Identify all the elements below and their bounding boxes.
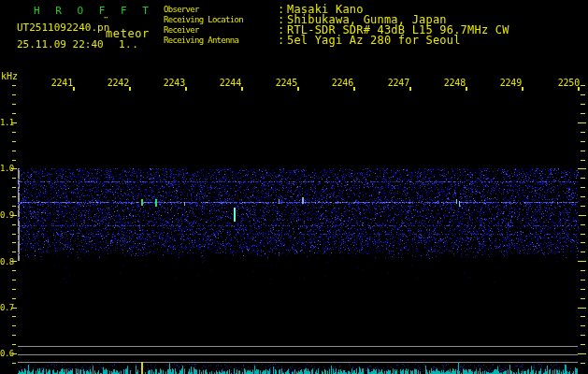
info-label: Receiver: [164, 25, 278, 35]
info-label: Observer: [164, 5, 278, 14]
x-tick-label-2247: 2247: [385, 78, 409, 88]
info-label: Receiving Antenna: [164, 36, 278, 45]
spectrogram-canvas: [0, 0, 588, 374]
x-tick-label-2242: 2242: [105, 78, 129, 88]
observation-datetime: 25.11.09 22:40: [17, 38, 104, 50]
x-tick-label-2246: 2246: [329, 78, 353, 88]
x-tick-label-2244: 2244: [217, 78, 241, 88]
y-tick-label-0.9: 0.9: [0, 210, 14, 220]
output-filename: UT2511092240.pn: [17, 22, 109, 34]
echo-count-indicator: 1..: [119, 38, 138, 50]
x-tick-label-2250: 2250: [555, 78, 580, 88]
info-row-receiving-antenna: Receiving Antenna:5el Yagi Az 280 for Se…: [164, 36, 461, 45]
x-tick-label-2245: 2245: [273, 78, 297, 88]
x-tick-label-2241: 2241: [49, 78, 73, 88]
y-tick-label-1.0: 1.0: [0, 164, 14, 173]
x-tick-label-2248: 2248: [441, 78, 466, 88]
app-title: H R O F F T: [34, 5, 153, 17]
info-label: Receiving Location: [164, 15, 278, 24]
filename-tail-dots: ¨: [103, 15, 109, 27]
y-tick-label-1.1: 1.1: [0, 118, 14, 127]
info-value: 5el Yagi Az 280 for Seoul: [287, 36, 461, 45]
hrofft-output-image: H R O F F T UT2511092240.pn ¨ meteor 25.…: [0, 0, 588, 374]
y-axis-unit-label: kHz: [1, 71, 18, 81]
x-tick-label-2249: 2249: [497, 78, 522, 88]
y-tick-label-0.8: 0.8: [0, 257, 14, 266]
y-tick-label-0.7: 0.7: [0, 303, 14, 312]
y-tick-label-0.6: 0.6: [0, 349, 14, 358]
x-tick-label-2243: 2243: [161, 78, 185, 88]
info-colon: :: [278, 36, 287, 45]
